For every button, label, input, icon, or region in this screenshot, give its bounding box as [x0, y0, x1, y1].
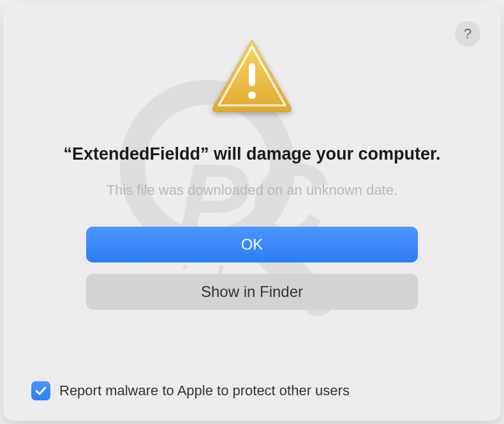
show-in-finder-button[interactable]: Show in Finder [86, 274, 418, 310]
show-in-finder-label: Show in Finder [201, 283, 303, 301]
checkmark-icon [34, 384, 47, 397]
dialog-subtitle: This file was downloaded on an unknown d… [107, 182, 397, 199]
report-malware-checkbox[interactable] [31, 381, 50, 400]
malware-warning-dialog: PC risk.com ? “ExtendedFieldd” will dam [3, 3, 501, 421]
title-suffix: ” will damage your computer. [200, 144, 441, 163]
help-button[interactable]: ? [455, 21, 480, 47]
report-checkbox-label: Report malware to Apple to protect other… [59, 382, 350, 399]
dialog-title: “ExtendedFieldd” will damage your comput… [63, 142, 440, 165]
app-name-text: ExtendedFieldd [72, 144, 200, 163]
warning-icon [207, 35, 297, 118]
svg-point-5 [248, 91, 256, 99]
ok-button-label: OK [241, 236, 263, 254]
report-checkbox-row: Report malware to Apple to protect other… [31, 381, 350, 400]
svg-rect-4 [249, 63, 255, 86]
title-quote-open: “ [63, 144, 72, 163]
button-group: OK Show in Finder [86, 227, 418, 310]
ok-button[interactable]: OK [86, 227, 418, 262]
help-icon: ? [464, 26, 471, 42]
